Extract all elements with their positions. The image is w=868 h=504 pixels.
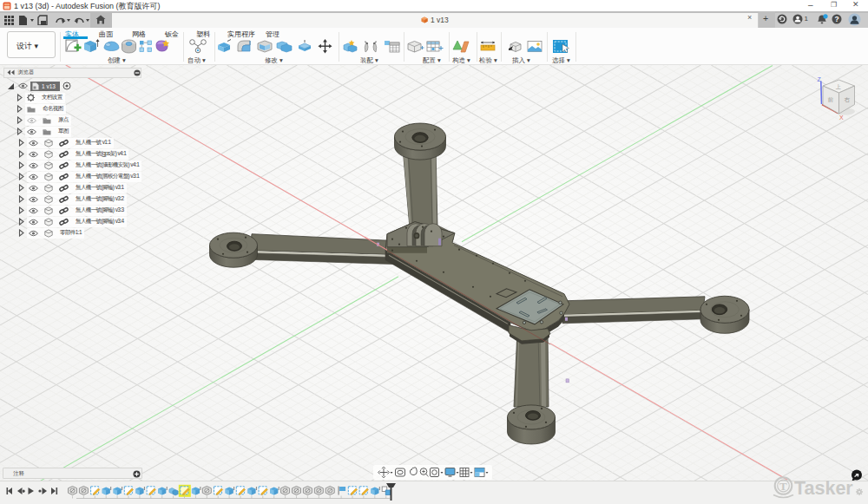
svg-text:X: X [839, 115, 844, 121]
svg-text:前: 前 [828, 96, 834, 102]
svg-text:Z: Z [818, 76, 822, 82]
svg-text:上: 上 [835, 84, 841, 89]
svg-text:?: ? [835, 15, 839, 23]
svg-text:右: 右 [845, 96, 851, 103]
